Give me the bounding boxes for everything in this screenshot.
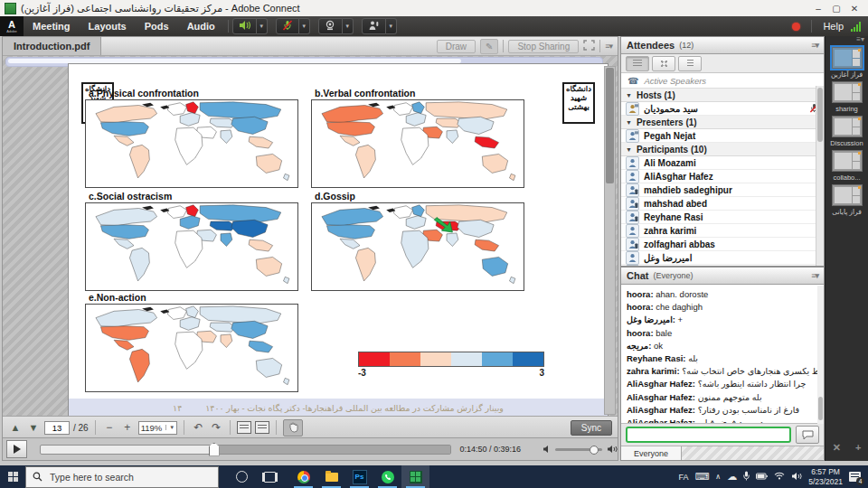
minimize-button[interactable]: –	[809, 4, 827, 14]
task-view-button[interactable]	[256, 465, 284, 488]
attendees-pod-menu-icon[interactable]: ≡▾	[811, 41, 818, 50]
attendee-row[interactable]: سید محمودیان	[621, 102, 824, 116]
zoom-in-button[interactable]: +	[120, 421, 135, 434]
volume-low-icon[interactable]	[542, 441, 551, 457]
map-title: b.Verbal confrontation	[315, 88, 524, 99]
tray-expand-icon[interactable]: ∧	[715, 473, 721, 481]
fit-page-icon[interactable]	[237, 421, 251, 434]
volume-high-icon[interactable]	[607, 441, 618, 457]
microphone-dropdown[interactable]: ▼	[299, 18, 310, 34]
menu-meeting[interactable]: Meeting	[24, 21, 80, 32]
chat-scrollbar[interactable]	[817, 286, 824, 424]
whatsapp-icon[interactable]	[373, 465, 401, 488]
chat-message-input[interactable]	[626, 427, 791, 443]
play-button[interactable]	[6, 440, 27, 458]
attendee-row[interactable]: امیررضا وغل	[621, 251, 824, 265]
action-center-icon[interactable]: 4	[849, 472, 861, 482]
menu-layouts[interactable]: Layouts	[80, 21, 136, 32]
microphone-tray-icon[interactable]	[743, 471, 750, 483]
share-pod-menu-icon[interactable]: ≡▾	[605, 42, 612, 51]
volume-slider[interactable]	[555, 448, 602, 451]
send-message-button[interactable]	[796, 426, 819, 444]
attendee-row[interactable]: mahdieb sadeghipur	[621, 183, 824, 197]
draw-button[interactable]: Draw	[437, 40, 476, 53]
wifi-icon[interactable]	[774, 472, 785, 482]
attendee-row[interactable]: Reyhane Rasi	[621, 211, 824, 224]
rotate-right-icon[interactable]: ↷	[209, 421, 223, 434]
attendee-avatar-icon	[626, 224, 639, 238]
layout-thumbnail-selected[interactable]: فراز آغازین	[829, 47, 865, 79]
stop-sharing-button[interactable]: Stop Sharing	[508, 40, 579, 53]
webcam-dropdown[interactable]: ▼	[343, 18, 354, 34]
attendee-row[interactable]: zahra karimi	[621, 224, 824, 238]
webcam-control[interactable]: ▼	[318, 18, 354, 34]
layouts-strip-menu-icon[interactable]: ≡▾	[856, 35, 864, 43]
fullscreen-icon[interactable]	[583, 38, 595, 54]
active-speakers-row[interactable]: ☎ Active Speakers	[621, 73, 824, 89]
add-layout-icon[interactable]: +	[855, 442, 861, 454]
attendee-row[interactable]: zolfaghari abbas	[621, 238, 824, 251]
rotate-left-icon[interactable]: ↶	[191, 421, 205, 434]
attendee-row[interactable]: Pegah Nejat	[621, 129, 824, 143]
maximize-button[interactable]: ▢	[827, 4, 845, 14]
fit-width-icon[interactable]	[255, 421, 269, 434]
connection-signal-icon[interactable]	[851, 22, 861, 32]
battery-icon[interactable]	[756, 473, 768, 482]
pan-tool-icon[interactable]	[283, 419, 303, 436]
chrome-icon[interactable]	[289, 465, 317, 488]
attendee-grid-view-button[interactable]	[652, 56, 675, 71]
chat-title: Chat	[627, 270, 648, 281]
cortana-button[interactable]	[228, 465, 256, 488]
menu-audio[interactable]: Audio	[178, 21, 224, 32]
attendee-list-view-button[interactable]	[626, 56, 649, 71]
attendee-group-header[interactable]: ▼Hosts (1)	[621, 89, 824, 102]
attendee-row[interactable]: مریجه	[621, 265, 824, 266]
raise-hand-icon	[368, 18, 380, 34]
search-input[interactable]	[48, 471, 196, 483]
attendee-row[interactable]: Ali Moazami	[621, 156, 824, 170]
document-tab[interactable]: Introduction.pdf	[3, 37, 101, 55]
speaker-tray-icon[interactable]	[791, 472, 802, 483]
attendee-row[interactable]: AliAsghar Hafez	[621, 170, 824, 183]
attendee-status-view-button[interactable]	[678, 56, 702, 71]
chat-tab-everyone[interactable]: Everyone	[621, 446, 682, 460]
share-pod-header: Introduction.pdf Draw ✎ Stop Sharing ≡▾	[3, 37, 618, 56]
adobe-connect-taskbar-icon[interactable]	[401, 465, 429, 488]
language-indicator[interactable]: FA	[678, 473, 688, 482]
pen-icon[interactable]: ✎	[480, 39, 498, 54]
microphone-control[interactable]: ▼	[276, 18, 310, 34]
sync-button[interactable]: Sync	[571, 420, 612, 436]
layout-thumbnail-item[interactable]: sharing	[829, 81, 865, 113]
attendees-scrollbar[interactable]	[816, 86, 824, 266]
file-explorer-icon[interactable]	[317, 465, 345, 488]
playback-slider[interactable]	[40, 445, 451, 455]
previous-page-button[interactable]: ▲	[8, 422, 23, 433]
attendee-row[interactable]: mahshad abed	[621, 197, 824, 211]
start-button[interactable]	[0, 465, 25, 488]
attendee-group-header[interactable]: ▼Participants (10)	[621, 143, 824, 156]
layout-thumbnail-item[interactable]: فراز پایانی	[829, 184, 865, 216]
menu-pods[interactable]: Pods	[136, 21, 178, 32]
touch-keyboard-icon[interactable]: ⌨	[694, 471, 709, 483]
taskbar-search[interactable]	[25, 466, 219, 488]
vertical-scrollbar[interactable]	[604, 66, 616, 415]
zoom-out-button[interactable]: −	[102, 421, 117, 434]
close-button[interactable]: ✕	[845, 4, 863, 14]
chat-pod-menu-icon[interactable]: ≡▾	[811, 271, 818, 280]
delete-layout-icon[interactable]: ✕	[833, 442, 841, 454]
status-control[interactable]: ▼	[362, 18, 397, 34]
speaker-dropdown[interactable]: ▼	[257, 18, 268, 34]
page-number-input[interactable]	[44, 421, 70, 435]
photoshop-icon[interactable]: Ps	[345, 465, 373, 488]
onedrive-icon[interactable]: ☁	[727, 471, 737, 483]
speaker-control[interactable]: ▼	[232, 18, 268, 34]
layout-thumbnail-item[interactable]: Discussion	[829, 116, 865, 147]
status-dropdown[interactable]: ▼	[386, 18, 397, 34]
help-menu[interactable]: Help	[823, 21, 844, 32]
clock[interactable]: 6:57 PM 5/23/2021	[808, 467, 843, 485]
next-page-button[interactable]: ▼	[26, 422, 41, 433]
zoom-level-select[interactable]: 119%▼	[138, 421, 178, 435]
attendee-group-header[interactable]: ▼Presenters (1)	[621, 116, 824, 129]
layout-thumbnail-item[interactable]: collabo...	[829, 150, 865, 182]
webcam-icon	[325, 18, 336, 34]
